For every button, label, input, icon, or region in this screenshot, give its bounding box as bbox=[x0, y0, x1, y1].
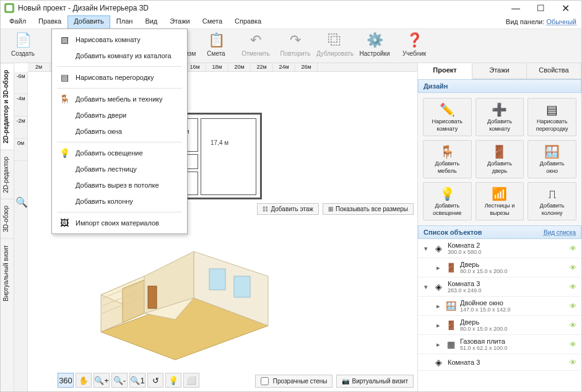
tool-settings[interactable]: ⚙️Настройки bbox=[356, 32, 393, 61]
tool-create[interactable]: 📄Создать bbox=[4, 32, 41, 61]
camera-icon: 📷 bbox=[342, 378, 349, 385]
menu-файл[interactable]: Файл bbox=[3, 15, 32, 28]
ruler-tick: 24м bbox=[273, 63, 295, 71]
ruler-vertical: -6м-4м-2м0м bbox=[14, 72, 28, 391]
object-icon: ◈ bbox=[433, 243, 444, 254]
tile-add-door[interactable]: 🚪Добавитьдверь bbox=[476, 140, 524, 178]
tool-duplicate[interactable]: ⿻Дублировать bbox=[316, 32, 354, 61]
view-tool-button[interactable]: ↺ bbox=[147, 373, 163, 388]
transparent-walls-checkbox[interactable]: Прозрачные стены bbox=[255, 375, 333, 388]
visibility-icon[interactable]: 👁 bbox=[570, 283, 576, 290]
menu-item-icon: 🪑 bbox=[59, 94, 69, 104]
menu-добавить[interactable]: Добавить bbox=[67, 15, 110, 28]
panel-tab[interactable]: Этажи bbox=[472, 63, 527, 79]
create-icon: 📄 bbox=[14, 32, 32, 49]
menu-item-icon: ▤ bbox=[59, 72, 69, 82]
object-icon: ◈ bbox=[433, 357, 444, 368]
tile-draw-partition[interactable]: ▤Нарисоватьперегородку bbox=[528, 98, 576, 136]
menu-item[interactable]: Добавить колонну bbox=[52, 193, 187, 209]
expand-toggle[interactable]: ▸ bbox=[435, 341, 441, 349]
menu-этажи[interactable]: Этажи bbox=[163, 15, 196, 28]
object-item[interactable]: ▸🪟Двойное окно147.0 x 15.0 x 142.0👁 bbox=[418, 297, 581, 316]
tile-add-furniture[interactable]: 🪑Добавитьмебель bbox=[423, 140, 472, 178]
panel-mode-link[interactable]: Обычный bbox=[546, 18, 576, 25]
expand-toggle[interactable]: ▸ bbox=[435, 302, 441, 310]
tool-redo[interactable]: ↷Повторить bbox=[277, 32, 314, 61]
add-floor-button[interactable]: ☷Добавить этаж bbox=[257, 203, 319, 215]
visibility-icon[interactable]: 👁 bbox=[570, 245, 576, 252]
right-panel: ПроектЭтажиСвойства Дизайн ✏️Нарисоватьк… bbox=[417, 63, 581, 391]
visibility-icon[interactable]: 👁 bbox=[570, 264, 576, 271]
view-tool-button[interactable]: 360 bbox=[58, 373, 74, 388]
expand-toggle[interactable]: ▾ bbox=[423, 245, 429, 253]
menu-справка[interactable]: Справка bbox=[228, 15, 267, 28]
expand-toggle[interactable]: ▸ bbox=[435, 321, 441, 329]
visibility-icon[interactable]: 👁 bbox=[570, 359, 576, 366]
view-tool-button[interactable]: 🔍+ bbox=[93, 373, 110, 388]
menu-item[interactable]: Добавить окна bbox=[52, 123, 187, 139]
view-tab[interactable]: Виртуальный визит bbox=[1, 238, 14, 308]
menu-separator bbox=[57, 66, 182, 67]
settings-icon: ⚙️ bbox=[366, 32, 383, 49]
tool-help[interactable]: ❓Учебник bbox=[396, 32, 433, 61]
menu-item[interactable]: Добавить двери bbox=[52, 107, 187, 123]
room2-area-label: 17,4 м bbox=[211, 139, 228, 146]
object-item[interactable]: ▸🚪Дверь80.0 x 15.0 x 200.0👁 bbox=[418, 258, 581, 277]
tile-draw-room[interactable]: ✏️Нарисоватькомнату bbox=[423, 98, 472, 136]
titlebar: Новый проект - Дизайн Интерьера 3D — ☐ ✕ bbox=[1, 1, 581, 15]
menu-item[interactable]: 💡Добавить освещение bbox=[52, 145, 187, 161]
object-item[interactable]: ▸▦Газовая плита51.0 x 62.1 x 100.0👁 bbox=[418, 335, 581, 354]
menu-item[interactable]: 🪑Добавить мебель и технику bbox=[52, 91, 187, 107]
visibility-icon[interactable]: 👁 bbox=[570, 302, 576, 310]
objects-view-link[interactable]: Вид списка bbox=[544, 229, 576, 236]
svg-rect-9 bbox=[234, 276, 250, 297]
visibility-icon[interactable]: 👁 bbox=[570, 341, 576, 348]
object-icon: 🪟 bbox=[445, 300, 456, 311]
tile-add-window[interactable]: 🪟Добавитьокно bbox=[528, 140, 576, 178]
dimensions-icon: ⊞ bbox=[328, 206, 333, 212]
panel-tab[interactable]: Свойства bbox=[527, 63, 581, 79]
menu-item[interactable]: ▤Нарисовать перегородку bbox=[52, 69, 187, 85]
menu-item[interactable]: Добавить лестницу bbox=[52, 161, 187, 177]
menu-item[interactable]: 🖼Импорт своих материалов bbox=[52, 215, 187, 231]
virtual-visit-button[interactable]: 📷Виртуальный визит bbox=[336, 375, 414, 388]
view-tool-button[interactable]: 🔍1 bbox=[129, 373, 146, 388]
tile-add-room[interactable]: ➕Добавитькомнату bbox=[476, 98, 524, 136]
tile-stairs-cuts[interactable]: 📶Лестницы ивырезы bbox=[476, 182, 524, 220]
tool-undo[interactable]: ↶Отменить bbox=[237, 32, 274, 61]
view-tool-button[interactable]: ✋ bbox=[76, 373, 92, 388]
floors-icon: ☷ bbox=[263, 206, 268, 212]
panel-tab[interactable]: Проект bbox=[418, 63, 472, 79]
menu-смета[interactable]: Смета bbox=[196, 15, 228, 28]
object-room[interactable]: ▾◈Комната 2300.0 x 580.0👁 bbox=[418, 239, 581, 258]
menu-правка[interactable]: Правка bbox=[32, 15, 67, 28]
show-dimensions-button[interactable]: ⊞Показывать все размеры bbox=[323, 203, 414, 215]
menu-item-icon bbox=[59, 126, 69, 136]
view-tab[interactable]: 3D-обзор bbox=[1, 199, 14, 238]
menu-item[interactable]: Добавить вырез в потолке bbox=[52, 177, 187, 193]
menu-item[interactable]: Добавить комнату из каталога bbox=[52, 48, 187, 64]
maximize-button[interactable]: ☐ bbox=[528, 1, 553, 15]
object-room[interactable]: ◈Комната 3👁 bbox=[418, 354, 581, 371]
menu-item[interactable]: ▧Нарисовать комнату bbox=[52, 32, 187, 48]
tool-estimate[interactable]: 📋Смета bbox=[198, 32, 235, 61]
expand-toggle[interactable]: ▾ bbox=[423, 283, 429, 291]
object-item[interactable]: ▸🚪Дверь80.0 x 15.0 x 200.0👁 bbox=[418, 316, 581, 335]
menu-вид[interactable]: Вид bbox=[139, 15, 163, 28]
menu-план[interactable]: План bbox=[110, 15, 139, 28]
view-tab[interactable]: 2D-редактор bbox=[1, 150, 14, 199]
visibility-icon[interactable]: 👁 bbox=[570, 321, 576, 329]
house-3d-view[interactable] bbox=[89, 239, 280, 363]
object-room[interactable]: ▾◈Комната 3283.0 x 249.0👁 bbox=[418, 277, 581, 297]
ruler-tick: 20м bbox=[228, 63, 251, 71]
view-tool-button[interactable]: 💡 bbox=[165, 373, 181, 388]
tile-add-column[interactable]: ⎍Добавитьколонну bbox=[528, 182, 576, 220]
view-tab[interactable]: 2D-редактор и 3D-обзор bbox=[1, 63, 14, 150]
close-button[interactable]: ✕ bbox=[553, 1, 578, 15]
view-tool-button[interactable]: ⬜ bbox=[183, 373, 199, 388]
tile-add-light[interactable]: 💡Добавитьосвещение bbox=[423, 182, 472, 220]
zoom-tool-icon[interactable]: 🔍 bbox=[15, 196, 28, 208]
expand-toggle[interactable]: ▸ bbox=[435, 264, 441, 272]
minimize-button[interactable]: — bbox=[503, 1, 528, 15]
view-tool-button[interactable]: 🔍- bbox=[111, 373, 128, 388]
